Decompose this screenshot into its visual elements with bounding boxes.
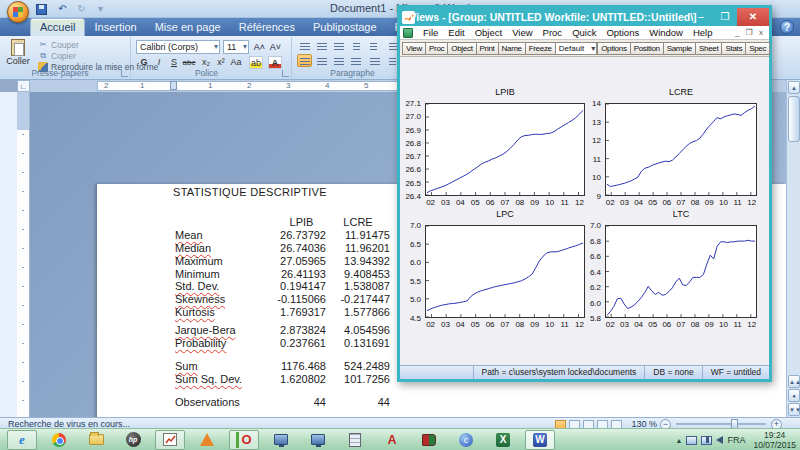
name-button[interactable]: Name: [498, 42, 526, 55]
grow-font-button[interactable]: A˄: [252, 40, 267, 54]
tray-expand-icon[interactable]: ▲: [676, 437, 683, 444]
clipboard-dialog-launcher-icon[interactable]: [121, 70, 128, 77]
taskbar-remote-desktop[interactable]: [266, 430, 296, 450]
increase-indent-icon[interactable]: [367, 39, 382, 52]
justify-button[interactable]: [348, 54, 363, 67]
office-button[interactable]: [7, 1, 29, 23]
spec-button[interactable]: Spec: [745, 42, 770, 55]
tab-references[interactable]: Références: [230, 19, 304, 36]
cut-button[interactable]: Couper: [38, 40, 79, 50]
tab-insertion[interactable]: Insertion: [85, 19, 145, 36]
minimize-icon[interactable]: –: [689, 10, 713, 25]
sample-dropdown[interactable]: Default: [555, 42, 597, 55]
menu-object[interactable]: Object: [470, 27, 507, 38]
taskbar-calculator[interactable]: [340, 430, 370, 450]
menu-options[interactable]: Options: [601, 27, 644, 38]
table-header-row: LPIB LCRE: [175, 216, 390, 229]
tab-mise-en-page[interactable]: Mise en page: [146, 19, 230, 36]
menu-help[interactable]: Help: [688, 27, 718, 38]
font-name-combo[interactable]: Calibri (Corps): [136, 40, 220, 54]
options-button[interactable]: Options: [597, 42, 630, 55]
x-axis-tick-label: 03: [438, 198, 452, 207]
freeze-button[interactable]: Freeze: [525, 42, 556, 55]
scroll-up-icon[interactable]: ▲: [788, 81, 800, 94]
tab-publipostage[interactable]: Publipostage: [304, 19, 386, 36]
sheet-button[interactable]: Sheet: [695, 42, 722, 55]
ruler-number: 1: [208, 81, 212, 90]
taskbar-excel[interactable]: X: [488, 430, 518, 450]
menu-proc[interactable]: Proc: [538, 27, 568, 38]
status-path: Path = c\users\system locked\documents: [473, 366, 645, 379]
tray-network-icon[interactable]: [686, 436, 697, 445]
view-button[interactable]: View: [402, 42, 426, 55]
print-button[interactable]: Print: [476, 42, 499, 55]
y-axis-tick-label: 6.5: [400, 240, 421, 249]
taskbar-computer[interactable]: [303, 430, 333, 450]
align-center-button[interactable]: [314, 54, 329, 67]
eviews-titlebar[interactable]: EViews - [Group: UNTITLED Workfile: UNTI…: [400, 8, 769, 26]
taskbar-chrome[interactable]: [44, 430, 74, 450]
decrease-indent-icon[interactable]: [350, 39, 365, 52]
close-icon[interactable]: ✕: [737, 8, 769, 26]
maximize-icon[interactable]: ❐: [713, 10, 737, 25]
clock[interactable]: 19:24 10/07/2015: [753, 430, 796, 450]
taskbar-opera[interactable]: O: [229, 430, 259, 450]
paste-button[interactable]: Coller: [3, 39, 33, 69]
x-axis-tick-label: 09: [528, 198, 542, 207]
indent-marker[interactable]: [170, 81, 177, 90]
taskbar-internet-explorer[interactable]: e: [7, 430, 37, 450]
font-size-combo[interactable]: 11: [223, 40, 249, 54]
next-page-icon[interactable]: ▼▼: [788, 403, 800, 416]
status-db: DB = none: [644, 366, 701, 379]
bullet-list-icon[interactable]: [297, 39, 312, 52]
sample-button[interactable]: Sample: [663, 42, 696, 55]
multilevel-list-icon[interactable]: [331, 39, 346, 52]
taskbar-sync[interactable]: c: [451, 430, 481, 450]
paste-icon: [11, 39, 25, 56]
taskbar-word[interactable]: W: [525, 430, 555, 450]
help-icon[interactable]: ?: [780, 20, 794, 34]
menu-file[interactable]: File: [418, 27, 443, 38]
align-left-button[interactable]: [297, 54, 312, 67]
line-spacing-icon[interactable]: [367, 54, 382, 67]
position-button[interactable]: Position: [630, 42, 664, 55]
taskbar-dictionary[interactable]: [414, 430, 444, 450]
stats-button[interactable]: Stats: [721, 42, 746, 55]
proc-button[interactable]: Proc: [425, 42, 448, 55]
vertical-scrollbar[interactable]: ▲ ▲▲ ● ▼▼: [786, 80, 800, 417]
tab-accueil[interactable]: Accueil: [30, 18, 85, 36]
x-axis-tick-label: 10: [716, 198, 730, 207]
taskbar-eviews[interactable]: [155, 430, 185, 450]
menu-edit[interactable]: Edit: [443, 27, 469, 38]
font-dialog-launcher-icon[interactable]: [282, 70, 289, 77]
numbered-list-icon[interactable]: [314, 39, 329, 52]
browse-object-icon[interactable]: ●: [788, 389, 800, 402]
scrollbar-thumb[interactable]: [788, 96, 800, 142]
x-axis-tick-label: 06: [660, 320, 674, 329]
group-window-icon: [403, 28, 413, 38]
child-window-controls[interactable]: _ ❐ x: [735, 28, 765, 37]
taskbar-adobe-reader[interactable]: A: [377, 430, 407, 450]
taskbar-file-explorer[interactable]: [81, 430, 111, 450]
y-axis-tick-label: 26.5: [400, 179, 421, 188]
object-button[interactable]: Object: [447, 42, 476, 55]
screen: ↶ ↻ ▾ Document1 - Microsoft Word Accueil…: [0, 0, 800, 450]
tab-selector-button[interactable]: ∟: [17, 80, 30, 92]
taskbar-hp[interactable]: hp: [118, 430, 148, 450]
taskbar-vlc[interactable]: [192, 430, 222, 450]
language-indicator[interactable]: FRA: [727, 435, 745, 445]
y-axis-tick-label: 6.0: [400, 258, 421, 267]
x-axis-tick-label: 06: [483, 320, 497, 329]
x-axis-tick-label: 11: [558, 320, 572, 329]
previous-page-icon[interactable]: ▲▲: [788, 375, 800, 388]
menu-quick[interactable]: Quick: [567, 27, 601, 38]
shrink-font-button[interactable]: A˅: [268, 40, 283, 54]
menu-view[interactable]: View: [507, 27, 537, 38]
align-right-button[interactable]: [331, 54, 346, 67]
speaker-icon[interactable]: [716, 436, 723, 444]
x-axis-tick-label: 08: [688, 320, 702, 329]
menu-window[interactable]: Window: [644, 27, 688, 38]
zoom-slider[interactable]: [676, 423, 766, 425]
copy-button[interactable]: Copier: [38, 51, 76, 61]
vertical-ruler[interactable]: [17, 92, 30, 417]
